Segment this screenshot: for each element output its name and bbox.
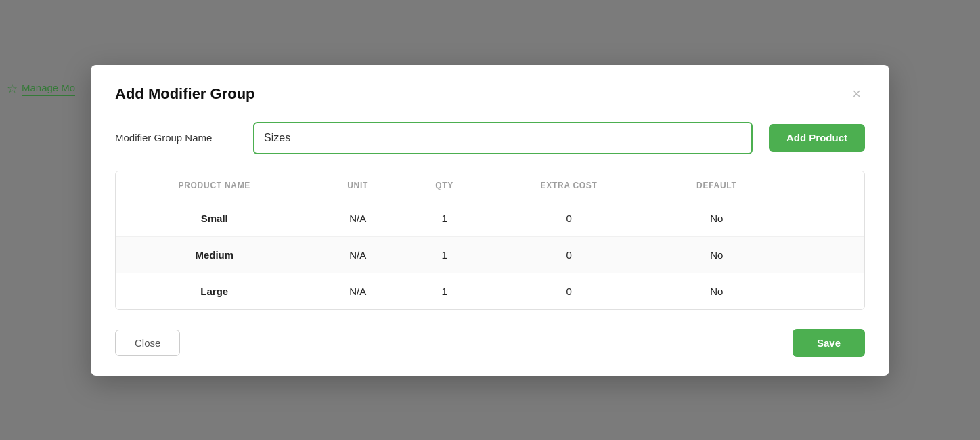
table-row: Large N/A 1 0 No (116, 273, 864, 309)
col-product-name: PRODUCT NAME (116, 171, 313, 200)
table-row: Medium N/A 1 0 No (116, 236, 864, 273)
products-table: PRODUCT NAME UNIT QTY EXTRA COST DEFAULT… (116, 171, 864, 309)
cell-extra-cost: 0 (487, 200, 652, 236)
table-row: Small N/A 1 0 No (116, 200, 864, 236)
group-name-input[interactable] (253, 122, 753, 154)
delete-button-row-0[interactable] (826, 215, 832, 221)
cell-extra-cost: 0 (487, 236, 652, 273)
modal-title: Add Modifier Group (115, 85, 255, 103)
col-actions (782, 171, 864, 200)
delete-button-row-2[interactable] (826, 288, 832, 294)
cell-unit: N/A (313, 236, 403, 273)
edit-button-row-0[interactable] (814, 215, 820, 221)
group-name-row: Modifier Group Name Add Product (115, 122, 865, 154)
col-default: DEFAULT (652, 171, 782, 200)
modal-footer: Close Save (115, 329, 865, 357)
cell-actions (782, 200, 864, 236)
group-name-label: Modifier Group Name (115, 132, 237, 144)
cell-unit: N/A (313, 200, 403, 236)
cell-default: No (652, 273, 782, 309)
cell-unit: N/A (313, 273, 403, 309)
close-footer-button[interactable]: Close (115, 330, 180, 356)
add-product-button[interactable]: Add Product (769, 124, 865, 152)
cell-qty: 1 (403, 200, 487, 236)
col-unit: UNIT (313, 171, 403, 200)
cell-qty: 1 (403, 236, 487, 273)
cell-actions (782, 273, 864, 309)
col-qty: QTY (403, 171, 487, 200)
cell-product-name: Medium (116, 236, 313, 273)
products-table-container: PRODUCT NAME UNIT QTY EXTRA COST DEFAULT… (115, 171, 865, 310)
table-header-row: PRODUCT NAME UNIT QTY EXTRA COST DEFAULT (116, 171, 864, 200)
save-button[interactable]: Save (793, 329, 865, 357)
cell-qty: 1 (403, 273, 487, 309)
delete-button-row-1[interactable] (826, 252, 832, 257)
modal-overlay: Add Modifier Group × Modifier Group Name… (0, 0, 980, 440)
cell-extra-cost: 0 (487, 273, 652, 309)
cell-default: No (652, 236, 782, 273)
edit-button-row-1[interactable] (814, 252, 820, 257)
cell-actions (782, 236, 864, 273)
modal-dialog: Add Modifier Group × Modifier Group Name… (91, 65, 889, 376)
cell-product-name: Large (116, 273, 313, 309)
col-extra-cost: EXTRA COST (487, 171, 652, 200)
cell-product-name: Small (116, 200, 313, 236)
cell-default: No (652, 200, 782, 236)
modal-header: Add Modifier Group × (115, 85, 865, 103)
modal-close-button[interactable]: × (848, 85, 865, 103)
edit-button-row-2[interactable] (814, 288, 820, 294)
